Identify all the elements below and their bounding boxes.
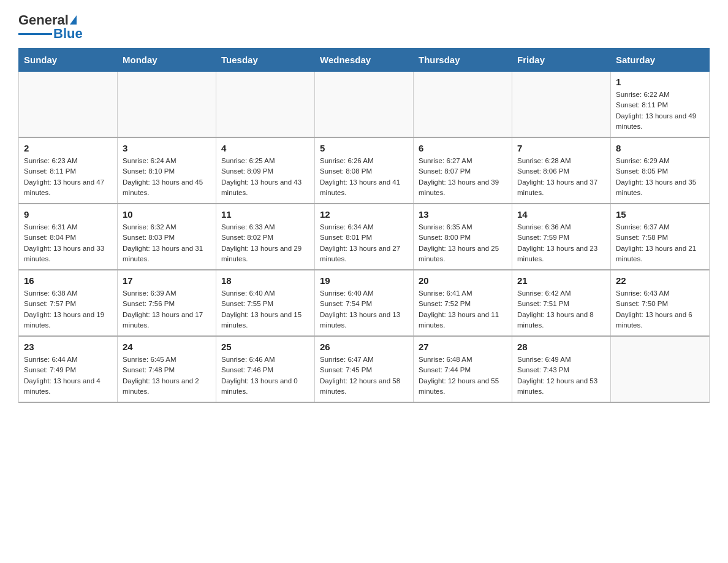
calendar-cell: 24Sunrise: 6:45 AM Sunset: 7:48 PM Dayli… <box>118 336 216 402</box>
day-info: Sunrise: 6:46 AM Sunset: 7:46 PM Dayligh… <box>221 354 309 397</box>
day-number: 17 <box>123 275 211 286</box>
day-number: 15 <box>616 209 704 220</box>
calendar-week-row: 23Sunrise: 6:44 AM Sunset: 7:49 PM Dayli… <box>19 336 710 402</box>
day-info: Sunrise: 6:37 AM Sunset: 7:58 PM Dayligh… <box>616 222 704 264</box>
day-number: 25 <box>221 342 309 352</box>
day-info: Sunrise: 6:35 AM Sunset: 8:00 PM Dayligh… <box>419 222 507 264</box>
day-number: 11 <box>221 209 309 220</box>
page-header: General Blue <box>18 12 710 42</box>
calendar-cell: 23Sunrise: 6:44 AM Sunset: 7:49 PM Dayli… <box>19 336 118 402</box>
calendar-cell: 22Sunrise: 6:43 AM Sunset: 7:50 PM Dayli… <box>611 270 710 336</box>
calendar-cell <box>512 72 611 138</box>
day-info: Sunrise: 6:31 AM Sunset: 8:04 PM Dayligh… <box>24 222 112 264</box>
day-number: 9 <box>24 209 112 220</box>
logo: General Blue <box>18 12 83 42</box>
day-number: 14 <box>517 209 605 220</box>
calendar-week-row: 1Sunrise: 6:22 AM Sunset: 8:11 PM Daylig… <box>19 72 710 138</box>
day-info: Sunrise: 6:24 AM Sunset: 8:10 PM Dayligh… <box>123 156 211 198</box>
calendar-cell: 15Sunrise: 6:37 AM Sunset: 7:58 PM Dayli… <box>611 204 710 270</box>
day-number: 26 <box>320 342 408 352</box>
day-number: 27 <box>419 342 507 352</box>
calendar-cell: 7Sunrise: 6:28 AM Sunset: 8:06 PM Daylig… <box>512 137 611 204</box>
day-info: Sunrise: 6:43 AM Sunset: 7:50 PM Dayligh… <box>616 288 704 331</box>
calendar-cell <box>315 72 414 138</box>
day-info: Sunrise: 6:26 AM Sunset: 8:08 PM Dayligh… <box>320 156 408 198</box>
day-number: 13 <box>419 209 507 220</box>
day-number: 1 <box>616 77 704 87</box>
day-number: 12 <box>320 209 408 220</box>
day-info: Sunrise: 6:23 AM Sunset: 8:11 PM Dayligh… <box>24 156 112 198</box>
day-number: 16 <box>24 275 112 286</box>
calendar-cell: 26Sunrise: 6:47 AM Sunset: 7:45 PM Dayli… <box>315 336 414 402</box>
calendar-cell: 10Sunrise: 6:32 AM Sunset: 8:03 PM Dayli… <box>118 204 216 270</box>
col-sunday: Sunday <box>19 48 118 72</box>
day-number: 7 <box>517 143 605 153</box>
day-info: Sunrise: 6:22 AM Sunset: 8:11 PM Dayligh… <box>616 90 704 132</box>
day-info: Sunrise: 6:38 AM Sunset: 7:57 PM Dayligh… <box>24 288 112 331</box>
calendar-cell: 20Sunrise: 6:41 AM Sunset: 7:52 PM Dayli… <box>414 270 512 336</box>
logo-underline <box>18 33 52 35</box>
day-info: Sunrise: 6:47 AM Sunset: 7:45 PM Dayligh… <box>320 354 408 397</box>
calendar-cell: 1Sunrise: 6:22 AM Sunset: 8:11 PM Daylig… <box>611 72 710 138</box>
calendar-cell: 2Sunrise: 6:23 AM Sunset: 8:11 PM Daylig… <box>19 137 118 204</box>
calendar-cell <box>611 336 710 402</box>
calendar-header-row: Sunday Monday Tuesday Wednesday Thursday… <box>19 48 710 72</box>
calendar-cell: 19Sunrise: 6:40 AM Sunset: 7:54 PM Dayli… <box>315 270 414 336</box>
day-number: 6 <box>419 143 507 153</box>
day-number: 2 <box>24 143 112 153</box>
day-info: Sunrise: 6:34 AM Sunset: 8:01 PM Dayligh… <box>320 222 408 264</box>
logo-text-blue: Blue <box>53 26 83 42</box>
day-number: 21 <box>517 275 605 286</box>
col-monday: Monday <box>118 48 216 72</box>
day-info: Sunrise: 6:25 AM Sunset: 8:09 PM Dayligh… <box>221 156 309 198</box>
day-number: 18 <box>221 275 309 286</box>
day-info: Sunrise: 6:28 AM Sunset: 8:06 PM Dayligh… <box>517 156 605 198</box>
calendar-cell <box>216 72 315 138</box>
calendar-cell: 8Sunrise: 6:29 AM Sunset: 8:05 PM Daylig… <box>611 137 710 204</box>
day-number: 10 <box>123 209 211 220</box>
calendar-cell: 4Sunrise: 6:25 AM Sunset: 8:09 PM Daylig… <box>216 137 315 204</box>
day-number: 28 <box>517 342 605 352</box>
day-info: Sunrise: 6:41 AM Sunset: 7:52 PM Dayligh… <box>419 288 507 331</box>
calendar-cell: 6Sunrise: 6:27 AM Sunset: 8:07 PM Daylig… <box>414 137 512 204</box>
day-info: Sunrise: 6:27 AM Sunset: 8:07 PM Dayligh… <box>419 156 507 198</box>
calendar-cell <box>414 72 512 138</box>
calendar-cell: 3Sunrise: 6:24 AM Sunset: 8:10 PM Daylig… <box>118 137 216 204</box>
calendar-cell: 16Sunrise: 6:38 AM Sunset: 7:57 PM Dayli… <box>19 270 118 336</box>
calendar-cell <box>118 72 216 138</box>
day-info: Sunrise: 6:44 AM Sunset: 7:49 PM Dayligh… <box>24 354 112 397</box>
calendar-cell: 21Sunrise: 6:42 AM Sunset: 7:51 PM Dayli… <box>512 270 611 336</box>
day-info: Sunrise: 6:48 AM Sunset: 7:44 PM Dayligh… <box>419 354 507 397</box>
day-info: Sunrise: 6:29 AM Sunset: 8:05 PM Dayligh… <box>616 156 704 198</box>
calendar-cell: 5Sunrise: 6:26 AM Sunset: 8:08 PM Daylig… <box>315 137 414 204</box>
day-number: 8 <box>616 143 704 153</box>
logo-triangle-icon <box>70 15 77 25</box>
calendar-cell: 11Sunrise: 6:33 AM Sunset: 8:02 PM Dayli… <box>216 204 315 270</box>
col-wednesday: Wednesday <box>315 48 414 72</box>
calendar-cell: 17Sunrise: 6:39 AM Sunset: 7:56 PM Dayli… <box>118 270 216 336</box>
calendar-cell: 28Sunrise: 6:49 AM Sunset: 7:43 PM Dayli… <box>512 336 611 402</box>
day-info: Sunrise: 6:40 AM Sunset: 7:54 PM Dayligh… <box>320 288 408 331</box>
calendar-cell: 13Sunrise: 6:35 AM Sunset: 8:00 PM Dayli… <box>414 204 512 270</box>
day-number: 23 <box>24 342 112 352</box>
calendar-table: Sunday Monday Tuesday Wednesday Thursday… <box>18 48 710 403</box>
calendar-week-row: 9Sunrise: 6:31 AM Sunset: 8:04 PM Daylig… <box>19 204 710 270</box>
day-number: 5 <box>320 143 408 153</box>
col-thursday: Thursday <box>414 48 512 72</box>
calendar-cell: 12Sunrise: 6:34 AM Sunset: 8:01 PM Dayli… <box>315 204 414 270</box>
col-friday: Friday <box>512 48 611 72</box>
calendar-cell: 25Sunrise: 6:46 AM Sunset: 7:46 PM Dayli… <box>216 336 315 402</box>
day-number: 3 <box>123 143 211 153</box>
day-info: Sunrise: 6:45 AM Sunset: 7:48 PM Dayligh… <box>123 354 211 397</box>
day-number: 20 <box>419 275 507 286</box>
calendar-week-row: 16Sunrise: 6:38 AM Sunset: 7:57 PM Dayli… <box>19 270 710 336</box>
calendar-cell: 18Sunrise: 6:40 AM Sunset: 7:55 PM Dayli… <box>216 270 315 336</box>
day-number: 22 <box>616 275 704 286</box>
calendar-week-row: 2Sunrise: 6:23 AM Sunset: 8:11 PM Daylig… <box>19 137 710 204</box>
calendar-cell: 27Sunrise: 6:48 AM Sunset: 7:44 PM Dayli… <box>414 336 512 402</box>
day-number: 19 <box>320 275 408 286</box>
day-info: Sunrise: 6:33 AM Sunset: 8:02 PM Dayligh… <box>221 222 309 264</box>
day-info: Sunrise: 6:40 AM Sunset: 7:55 PM Dayligh… <box>221 288 309 331</box>
day-number: 24 <box>123 342 211 352</box>
col-saturday: Saturday <box>611 48 710 72</box>
